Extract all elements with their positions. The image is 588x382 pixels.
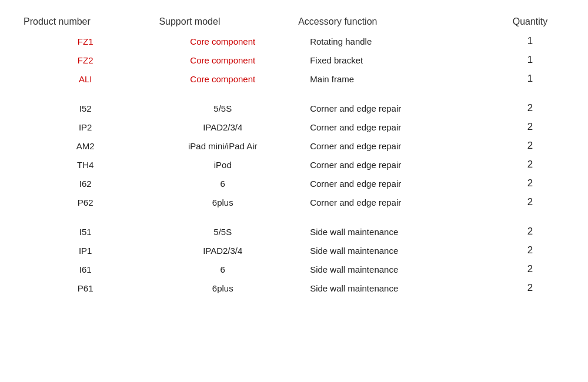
cell-quantity: 2 xyxy=(490,222,570,241)
cell-quantity: 2 xyxy=(490,155,570,174)
table-row: I525/5SCorner and edge repair2 xyxy=(18,99,570,118)
table-row: IP1IPAD2/3/4Side wall maintenance2 xyxy=(18,241,570,260)
header-model: Support model xyxy=(153,12,292,32)
cell-model: iPad mini/iPad Air xyxy=(153,136,292,155)
cell-function: Corner and edge repair xyxy=(292,99,490,118)
cell-quantity: 2 xyxy=(490,193,570,212)
cell-product: I62 xyxy=(18,174,153,193)
cell-product: I61 xyxy=(18,260,153,279)
cell-quantity: 2 xyxy=(490,99,570,118)
cell-product: TH4 xyxy=(18,155,153,174)
cell-product: ALI xyxy=(18,69,153,88)
table-row: I616Side wall maintenance2 xyxy=(18,260,570,279)
cell-product: I52 xyxy=(18,99,153,118)
table-row: P616plusSide wall maintenance2 xyxy=(18,279,570,297)
header-product: Product number xyxy=(18,12,153,32)
cell-model: Core component xyxy=(153,51,292,69)
cell-quantity: 1 xyxy=(490,32,570,51)
header-function: Accessory function xyxy=(292,12,490,32)
cell-model: 6plus xyxy=(153,193,292,212)
table-row: FZ2Core componentFixed bracket1 xyxy=(18,51,570,69)
table-row: FZ1Core componentRotating handle1 xyxy=(18,32,570,51)
cell-product: AM2 xyxy=(18,136,153,155)
cell-model: IPAD2/3/4 xyxy=(153,118,292,136)
cell-product: P62 xyxy=(18,193,153,212)
table-row: P626plusCorner and edge repair2 xyxy=(18,193,570,212)
cell-function: Side wall maintenance xyxy=(292,222,490,241)
table-header-row: Product number Support model Accessory f… xyxy=(18,12,570,32)
table-container: Product number Support model Accessory f… xyxy=(0,0,588,309)
cell-product: IP1 xyxy=(18,241,153,260)
cell-product: P61 xyxy=(18,279,153,297)
cell-model: 6 xyxy=(153,174,292,193)
table-spacer-row xyxy=(18,212,570,222)
cell-quantity: 2 xyxy=(490,174,570,193)
cell-product: FZ1 xyxy=(18,32,153,51)
table-row: ALICore componentMain frame1 xyxy=(18,69,570,88)
cell-model: IPAD2/3/4 xyxy=(153,241,292,260)
cell-quantity: 2 xyxy=(490,279,570,297)
cell-function: Side wall maintenance xyxy=(292,260,490,279)
cell-model: 5/5S xyxy=(153,99,292,118)
table-spacer-row xyxy=(18,88,570,99)
cell-function: Corner and edge repair xyxy=(292,136,490,155)
cell-function: Side wall maintenance xyxy=(292,241,490,260)
cell-model: 5/5S xyxy=(153,222,292,241)
product-table: Product number Support model Accessory f… xyxy=(18,12,570,297)
cell-model: Core component xyxy=(153,32,292,51)
cell-product: FZ2 xyxy=(18,51,153,69)
cell-model: 6plus xyxy=(153,279,292,297)
cell-function: Fixed bracket xyxy=(292,51,490,69)
table-row: AM2iPad mini/iPad AirCorner and edge rep… xyxy=(18,136,570,155)
table-row: I626Corner and edge repair2 xyxy=(18,174,570,193)
cell-quantity: 2 xyxy=(490,136,570,155)
cell-quantity: 1 xyxy=(490,69,570,88)
table-row: I515/5SSide wall maintenance2 xyxy=(18,222,570,241)
table-body: FZ1Core componentRotating handle1FZ2Core… xyxy=(18,32,570,297)
cell-product: I51 xyxy=(18,222,153,241)
cell-function: Side wall maintenance xyxy=(292,279,490,297)
cell-quantity: 2 xyxy=(490,118,570,136)
cell-function: Corner and edge repair xyxy=(292,174,490,193)
table-row: IP2IPAD2/3/4Corner and edge repair2 xyxy=(18,118,570,136)
cell-function: Corner and edge repair xyxy=(292,193,490,212)
cell-product: IP2 xyxy=(18,118,153,136)
cell-function: Main frame xyxy=(292,69,490,88)
cell-model: Core component xyxy=(153,69,292,88)
cell-model: 6 xyxy=(153,260,292,279)
cell-quantity: 2 xyxy=(490,260,570,279)
table-row: TH4iPodCorner and edge repair2 xyxy=(18,155,570,174)
cell-quantity: 2 xyxy=(490,241,570,260)
cell-function: Corner and edge repair xyxy=(292,118,490,136)
cell-function: Rotating handle xyxy=(292,32,490,51)
cell-quantity: 1 xyxy=(490,51,570,69)
cell-model: iPod xyxy=(153,155,292,174)
header-quantity: Quantity xyxy=(490,12,570,32)
cell-function: Corner and edge repair xyxy=(292,155,490,174)
